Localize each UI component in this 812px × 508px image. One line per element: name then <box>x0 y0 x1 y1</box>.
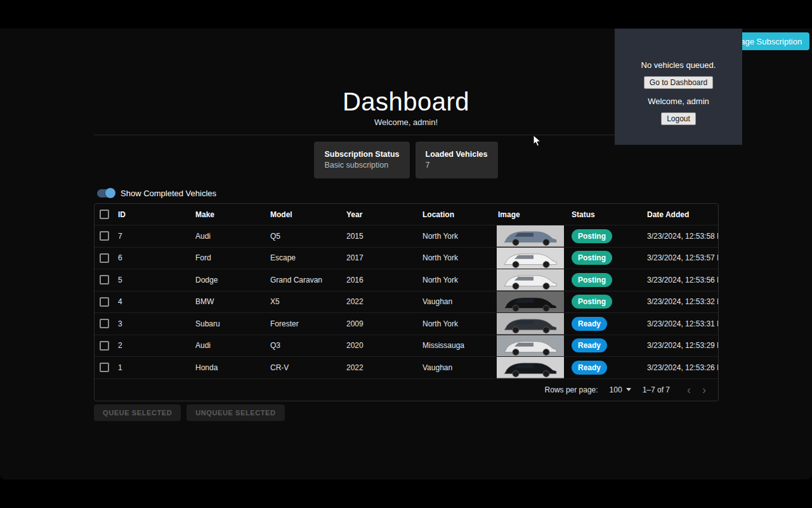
status-badge: Ready <box>572 338 607 352</box>
card-title: Subscription Status <box>324 149 399 160</box>
bulk-actions: QUEUE SELECTED UNQUEUE SELECTED <box>94 404 285 421</box>
status-badge: Ready <box>572 361 607 375</box>
cell-model: X5 <box>270 297 346 306</box>
table-row: 7 Audi Q5 2015 North York Posting 3/23/2… <box>95 225 718 247</box>
row-checkbox[interactable] <box>100 253 109 263</box>
table-row: 4 BMW X5 2022 Vaughan Posting 3/23/2024,… <box>95 291 718 313</box>
pagination-range: 1–7 of 7 <box>643 385 670 394</box>
switch-thumb-icon <box>105 188 115 198</box>
cell-year: 2020 <box>346 341 422 350</box>
status-badge: Posting <box>572 251 612 265</box>
cell-make: Ford <box>195 253 270 262</box>
cell-make: BMW <box>195 297 270 306</box>
cell-id: 5 <box>118 276 195 284</box>
loaded-vehicles-card: Loaded Vehicles 7 <box>416 142 498 178</box>
row-checkbox[interactable] <box>100 275 109 284</box>
chevron-down-icon <box>626 388 631 391</box>
cell-date-added: 3/23/2024, 12:53:32 PM <box>647 297 718 306</box>
row-checkbox[interactable] <box>100 319 109 328</box>
column-header-make: Make <box>195 210 270 219</box>
queue-selected-button[interactable]: QUEUE SELECTED <box>94 404 181 421</box>
table-header-row: ID Make Model Year Location Image Status… <box>95 204 718 225</box>
cell-location: North York <box>422 232 497 241</box>
cell-model: CR-V <box>270 363 346 372</box>
cell-date-added: 3/23/2024, 12:53:26 PM <box>647 363 718 372</box>
select-all-checkbox[interactable] <box>100 210 109 219</box>
cell-year: 2016 <box>346 276 422 284</box>
cell-model: Q5 <box>270 232 346 241</box>
unqueue-selected-button[interactable]: UNQUEUE SELECTED <box>187 404 284 421</box>
vehicle-image <box>497 335 564 357</box>
card-value: Basic subscription <box>324 160 399 171</box>
column-header-id: ID <box>118 210 195 219</box>
show-completed-switch[interactable] <box>97 189 114 197</box>
cell-date-added: 3/23/2024, 12:53:56 PM <box>647 276 718 284</box>
column-header-location: Location <box>422 210 497 219</box>
subscription-status-card: Subscription Status Basic subscription <box>314 142 409 178</box>
vehicles-table: ID Make Model Year Location Image Status… <box>94 203 719 401</box>
show-completed-toggle-row: Show Completed Vehicles <box>97 187 216 199</box>
cell-id: 2 <box>118 341 195 350</box>
table-row: 5 Dodge Grand Caravan 2016 North York Po… <box>95 269 718 291</box>
cell-location: Vaughan <box>422 297 497 306</box>
vehicle-image <box>497 313 564 335</box>
go-to-dashboard-button[interactable]: Go to Dashboard <box>644 76 713 89</box>
cell-location: North York <box>422 276 497 284</box>
column-header-image: Image <box>497 204 572 225</box>
cell-location: North York <box>422 253 497 262</box>
logout-button[interactable]: Logout <box>661 112 696 125</box>
cell-id: 7 <box>118 232 195 241</box>
cell-make: Honda <box>195 363 270 372</box>
table-body: 7 Audi Q5 2015 North York Posting 3/23/2… <box>95 225 718 378</box>
next-page-button[interactable]: › <box>697 384 712 396</box>
previous-page-button[interactable]: ‹ <box>681 384 697 396</box>
cell-id: 4 <box>118 297 195 306</box>
queue-message: No vehicles queued. <box>615 60 742 70</box>
cell-location: Mississauga <box>422 341 497 350</box>
card-value: 7 <box>426 160 488 171</box>
cell-date-added: 3/23/2024, 12:53:58 PM <box>647 232 718 241</box>
cell-model: Grand Caravan <box>270 276 346 284</box>
queue-status-panel: No vehicles queued. Go to Dashboard Welc… <box>615 29 742 145</box>
cell-date-added: 3/23/2024, 12:53:29 PM <box>647 341 718 350</box>
card-title: Loaded Vehicles <box>426 149 488 160</box>
status-badge: Posting <box>572 273 612 287</box>
cell-id: 6 <box>118 253 195 262</box>
cell-year: 2015 <box>346 232 422 241</box>
column-header-status: Status <box>572 210 647 219</box>
vehicle-image <box>497 291 564 313</box>
table-row: 2 Audi Q3 2020 Mississauga Ready 3/23/20… <box>95 335 718 357</box>
vehicle-image <box>497 269 564 291</box>
cell-year: 2009 <box>346 319 422 328</box>
column-header-model: Model <box>270 210 346 219</box>
toggle-label: Show Completed Vehicles <box>121 189 216 198</box>
cell-year: 2017 <box>346 253 422 262</box>
column-header-year: Year <box>346 210 422 219</box>
welcome-admin-text: Welcome, admin <box>615 97 742 106</box>
cell-make: Audi <box>195 341 270 350</box>
cell-model: Forester <box>270 319 346 328</box>
row-checkbox[interactable] <box>100 231 109 241</box>
column-header-date-added: Date Added <box>647 210 718 219</box>
cell-make: Audi <box>195 232 270 241</box>
cell-date-added: 3/23/2024, 12:53:31 PM <box>647 319 718 328</box>
screen: Dashboard Welcome, admin! Subscription S… <box>0 0 812 508</box>
vehicle-image <box>497 225 564 247</box>
cell-date-added: 3/23/2024, 12:53:57 PM <box>647 253 718 262</box>
rows-per-page-select[interactable]: 100 <box>610 385 631 394</box>
table-row: 3 Subaru Forester 2009 North York Ready … <box>95 312 718 335</box>
vehicle-image <box>497 248 564 269</box>
table-pagination: Rows per page: 100 1–7 of 7 ‹ › <box>95 378 718 401</box>
status-badge: Posting <box>572 295 612 309</box>
cell-id: 1 <box>118 363 195 372</box>
row-checkbox[interactable] <box>100 297 109 307</box>
cell-model: Escape <box>270 253 346 262</box>
cell-year: 2022 <box>346 297 422 306</box>
cell-location: North York <box>422 319 497 328</box>
rows-per-page-label: Rows per page: <box>545 385 598 394</box>
row-checkbox[interactable] <box>100 363 109 372</box>
cell-make: Subaru <box>195 319 270 328</box>
table-row: 6 Ford Escape 2017 North York Posting 3/… <box>95 247 718 269</box>
table-row: 1 Honda CR-V 2022 Vaughan Ready 3/23/202… <box>95 356 718 378</box>
row-checkbox[interactable] <box>100 341 109 351</box>
